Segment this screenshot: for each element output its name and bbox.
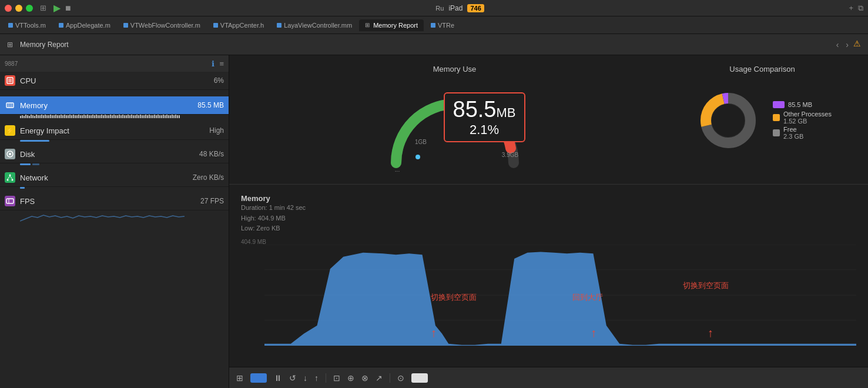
sidebar-toggle-icon[interactable]: ⊞	[40, 4, 46, 12]
minimize-button[interactable]	[15, 5, 22, 12]
annotation-1: 切换到空页面	[431, 292, 477, 303]
filter-icon[interactable]: ≡	[219, 59, 224, 68]
network-label: Network	[20, 173, 193, 182]
bt-copy-icon[interactable]: ⊡	[333, 373, 340, 383]
tab-dot	[431, 23, 435, 28]
tab-vtappcenter[interactable]: VTAppCenter.h	[207, 19, 270, 31]
memory-label: Memory	[20, 101, 197, 110]
chart-svg: 0s 180s	[264, 245, 856, 346]
arrow-2: ↑	[591, 326, 596, 340]
bt-trim-icon[interactable]: ⊗	[361, 373, 368, 383]
tab-label: VTRe	[438, 22, 454, 29]
bt-up-icon[interactable]: ↑	[314, 373, 319, 383]
legend-other-value: 1.52 GB	[783, 118, 832, 125]
run-button[interactable]: ▶	[53, 2, 61, 14]
pid-label: 9887	[5, 61, 18, 67]
close-button[interactable]	[5, 5, 12, 12]
bt-grid-icon[interactable]: ⊞	[236, 373, 243, 383]
stop-button[interactable]: ■	[65, 3, 71, 14]
energy-icon: ⚡	[5, 125, 15, 136]
chart-y-max: 404.9 MB	[241, 239, 266, 245]
memory-bar-container	[0, 115, 229, 122]
arrow-3: ↑	[708, 326, 713, 340]
traffic-lights	[5, 5, 33, 12]
tab-label: VTTools.m	[15, 22, 46, 29]
donut-chart	[693, 85, 763, 156]
bt-link-icon[interactable]: ⊕	[347, 373, 354, 383]
warning-badge[interactable]: 746	[467, 4, 484, 12]
tab-appdelegate[interactable]: AppDelegate.m	[53, 19, 116, 31]
svg-point-10	[12, 179, 14, 181]
legend-color-other	[773, 114, 780, 121]
memory-use-section: Memory Use ...	[241, 65, 668, 175]
energy-value: High	[209, 126, 224, 135]
bt-divider	[326, 373, 326, 383]
bt-circle-icon[interactable]: ⊙	[397, 373, 404, 383]
bt-pause-icon[interactable]: ⏸	[274, 373, 282, 383]
tab-dot	[123, 23, 128, 28]
tab-label: Memory Report	[373, 22, 418, 29]
info-icon[interactable]: ℹ	[212, 59, 215, 68]
sidebar-item-network[interactable]: Network Zero KB/s	[0, 169, 229, 187]
cpu-icon	[5, 75, 15, 86]
tab-dot	[59, 23, 63, 28]
tab-vttools[interactable]: VTTools.m	[2, 19, 52, 31]
gauge-value-box: 85.5MB 2.1%	[444, 92, 525, 142]
chart-low: Low: Zero KB	[241, 223, 306, 234]
tab-memoryreport[interactable]: ⊞ Memory Report	[359, 19, 424, 31]
tab-label: VTAppCenter.h	[220, 22, 264, 29]
maximize-button[interactable]	[26, 5, 33, 12]
gauge-unit: MB	[497, 105, 516, 120]
tab-label: AppDelegate.m	[66, 22, 110, 29]
svg-rect-1	[8, 79, 12, 82]
toolbar-warning-icon[interactable]: ⚠	[853, 39, 861, 51]
sidebar-item-memory[interactable]: Memory 85.5 MB	[0, 96, 229, 115]
sidebar-header: 9887 ℹ ≡	[0, 55, 229, 72]
usage-inner: 85.5 MB Other Processes 1.52 GB	[693, 85, 832, 156]
svg-text:1GB: 1GB	[414, 139, 426, 145]
bt-divider2	[390, 373, 390, 383]
energy-bar-container	[0, 140, 229, 145]
disk-value: 48 KB/s	[199, 150, 224, 158]
memory-bars	[20, 115, 224, 118]
tab-icon: ⊞	[365, 22, 370, 28]
bt-refresh-icon[interactable]: ↺	[289, 373, 296, 383]
tab-vtre[interactable]: VTRe	[425, 19, 460, 31]
add-tab-button[interactable]: +	[849, 4, 853, 12]
gauge-value: 85.5	[453, 97, 497, 122]
memory-value: 85.5 MB	[197, 101, 224, 109]
arrow-1: ↑	[431, 326, 437, 340]
disk-bar-container	[0, 163, 229, 169]
energy-label: Energy Impact	[20, 126, 209, 135]
tab-label: LayaViewController.mm	[284, 22, 352, 29]
fps-waveform	[20, 210, 185, 222]
content-top: Memory Use ...	[229, 55, 868, 185]
toolbar-nav: ‹ › ⚠	[834, 39, 861, 51]
sidebar-item-cpu[interactable]: CPU 6%	[0, 72, 229, 90]
annotation-2: 回到大厅	[572, 292, 603, 303]
legend-free-label: Free	[783, 126, 803, 133]
legend: 85.5 MB Other Processes 1.52 GB	[773, 101, 832, 140]
split-view-button[interactable]: ⧉	[858, 4, 863, 13]
bt-color-swatch-white[interactable]	[411, 373, 428, 383]
sidebar-item-fps[interactable]: FPS 27 FPS	[0, 192, 229, 210]
disk-label: Disk	[20, 150, 199, 159]
chart-header: Memory Duration: 1 min 42 sec High: 404.…	[241, 194, 856, 234]
main-area: 9887 ℹ ≡ CPU 6% Memory 85.5 MB	[0, 55, 868, 388]
sidebar-item-disk[interactable]: Disk 48 KB/s	[0, 145, 229, 163]
device-title: iPad	[448, 4, 463, 12]
nav-back-button[interactable]: ‹	[834, 39, 842, 51]
tab-vtwebflow[interactable]: VTWebFlowController.m	[118, 19, 206, 31]
bt-export-icon[interactable]: ↗	[376, 373, 383, 383]
sidebar: 9887 ℹ ≡ CPU 6% Memory 85.5 MB	[0, 55, 229, 388]
chart-duration: Duration: 1 min 42 sec	[241, 203, 306, 213]
chart-high: High: 404.9 MB	[241, 213, 306, 224]
memory-icon	[5, 100, 15, 111]
sidebar-item-energy[interactable]: ⚡ Energy Impact High	[0, 122, 229, 140]
nav-forward-button[interactable]: ›	[843, 39, 851, 51]
svg-point-7	[9, 153, 11, 155]
bt-color-swatch-blue[interactable]	[250, 373, 267, 383]
tab-layaviewcontroller[interactable]: LayaViewController.mm	[271, 19, 358, 31]
bt-down-icon[interactable]: ↓	[303, 373, 307, 383]
svg-point-8	[9, 175, 11, 176]
